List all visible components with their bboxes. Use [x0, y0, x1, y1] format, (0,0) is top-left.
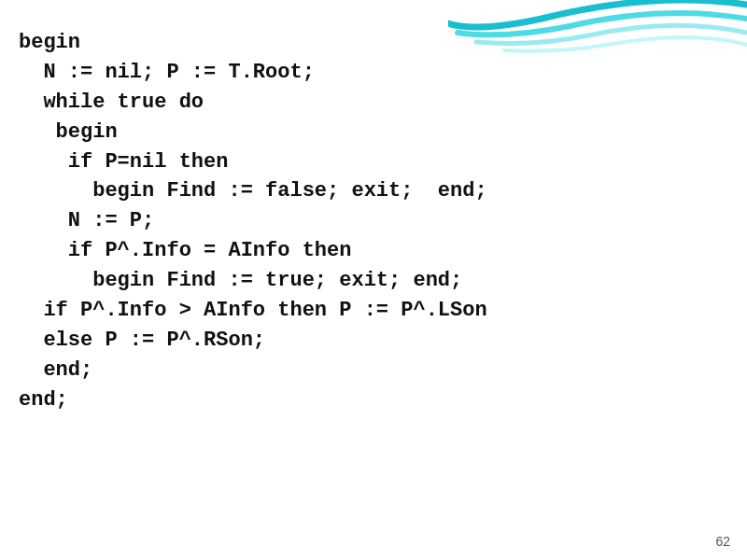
code-area: begin N := nil; P := T.Root; while true …: [0, 9, 747, 560]
code-line-7: N := P;: [19, 206, 719, 236]
code-line-6: begin Find := false; exit; end;: [19, 176, 719, 206]
code-line-11: else P := P^.RSon;: [19, 326, 719, 356]
code-line-8: if P^.Info = AInfo then: [19, 236, 719, 266]
code-line-13: end;: [19, 385, 719, 415]
code-line-12: end;: [19, 356, 719, 385]
slide: begin N := nil; P := T.Root; while true …: [0, 0, 747, 560]
code-line-3: while true do: [19, 88, 719, 118]
code-line-10: if P^.Info > AInfo then P := P^.LSon: [19, 296, 719, 326]
page-number: 62: [715, 534, 730, 549]
slide-decoration: [448, 0, 747, 70]
code-line-4: begin: [19, 118, 719, 147]
code-line-5: if P=nil then: [19, 147, 719, 177]
code-line-9: begin Find := true; exit; end;: [19, 266, 719, 296]
